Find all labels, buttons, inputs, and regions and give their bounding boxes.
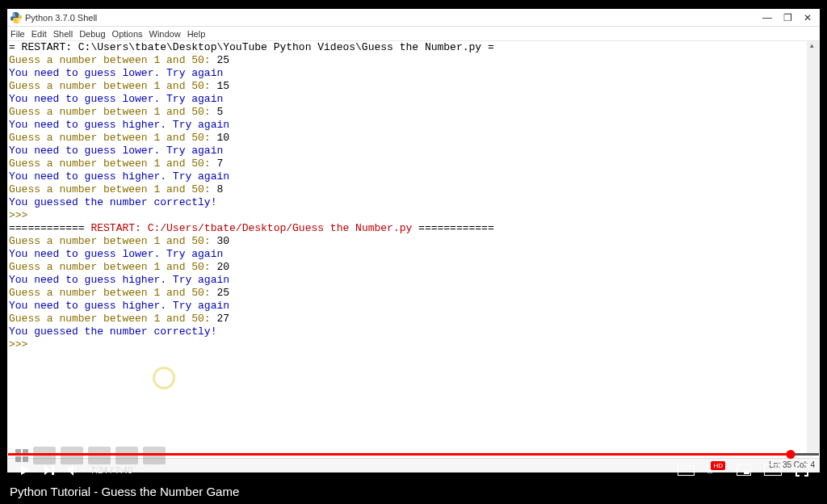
window-minimize-button[interactable]: — [762, 12, 772, 23]
shell-line: You need to guess higher. Try again [9, 119, 805, 132]
play-icon [19, 464, 31, 477]
progress-bar[interactable] [8, 453, 819, 456]
volume-button[interactable] [61, 458, 86, 482]
menu-debug[interactable]: Debug [79, 29, 105, 39]
shell-line: You guessed the number correctly! [9, 326, 805, 338]
miniplayer-icon [737, 464, 751, 476]
shell-line: You need to guess higher. Try again [9, 300, 805, 313]
shell-line: You need to guess lower. Try again [9, 145, 805, 158]
menu-help[interactable]: Help [187, 29, 206, 39]
window-title: Python 3.7.0 Shell [25, 13, 762, 23]
svg-rect-5 [744, 470, 749, 474]
theater-icon [764, 464, 782, 476]
shell-line: Guess a number between 1 and 50: 7 [9, 158, 805, 170]
menu-options[interactable]: Options [112, 29, 143, 39]
menu-file[interactable]: File [10, 29, 25, 39]
menu-edit[interactable]: Edit [31, 29, 47, 39]
shell-line: >>> [9, 338, 805, 351]
progress-fill [8, 453, 791, 456]
shell-line: You guessed the number correctly! [9, 196, 805, 209]
shell-line: Guess a number between 1 and 50: 5 [9, 106, 805, 119]
idle-window: Python 3.7.0 Shell — ❐ ✕ File Edit Shell… [6, 8, 821, 473]
window-titlebar: Python 3.7.0 Shell — ❐ ✕ [7, 9, 820, 27]
fullscreen-button[interactable] [790, 458, 814, 482]
progress-thumb[interactable] [786, 450, 795, 459]
shell-line: You need to guess lower. Try again [9, 67, 805, 80]
menu-bar: File Edit Shell Debug Options Window Hel… [7, 27, 820, 41]
menu-shell[interactable]: Shell [53, 29, 73, 39]
vertical-scrollbar[interactable] [807, 41, 820, 453]
shell-line: Guess a number between 1 and 50: 8 [9, 183, 805, 196]
shell-line: Guess a number between 1 and 50: 25 [9, 287, 805, 300]
shell-output[interactable]: = RESTART: C:\Users\tbate\Desktop\YouTub… [9, 41, 805, 453]
window-maximize-button[interactable]: ❐ [783, 12, 792, 23]
svg-rect-6 [764, 464, 782, 476]
time-display: 7:24 / 7:40 [90, 465, 132, 475]
current-time: 7:24 [90, 465, 107, 475]
shell-line: You need to guess higher. Try again [9, 170, 805, 183]
video-title: Python Tutorial - Guess the Number Game [10, 485, 239, 498]
shell-line: Guess a number between 1 and 50: 30 [9, 235, 805, 248]
play-button[interactable] [13, 458, 37, 482]
window-controls: — ❐ ✕ [762, 12, 817, 23]
next-icon [43, 464, 56, 477]
youtube-player-controls: 7:24 / 7:40 CC HD [6, 456, 821, 485]
volume-icon [66, 463, 81, 477]
shell-line: You need to guess higher. Try again [9, 274, 805, 287]
miniplayer-button[interactable] [732, 458, 756, 482]
shell-line: ============ RESTART: C:/Users/tbate/Des… [9, 222, 805, 235]
shell-line: Guess a number between 1 and 50: 25 [9, 54, 805, 67]
shell-line: >>> [9, 209, 805, 222]
menu-window[interactable]: Window [149, 29, 181, 39]
hd-badge: HD [711, 461, 725, 470]
shell-line: Guess a number between 1 and 50: 20 [9, 261, 805, 274]
shell-line: Guess a number between 1 and 50: 27 [9, 313, 805, 326]
fullscreen-icon [796, 464, 808, 477]
window-close-button[interactable]: ✕ [804, 12, 812, 23]
next-button[interactable] [37, 458, 61, 482]
shell-line: = RESTART: C:\Users\tbate\Desktop\YouTub… [9, 41, 805, 54]
total-time: 7:40 [115, 465, 132, 475]
settings-button[interactable]: HD [703, 458, 727, 482]
shell-line: Guess a number between 1 and 50: 10 [9, 132, 805, 145]
shell-line: You need to guess lower. Try again [9, 93, 805, 106]
python-icon [10, 12, 22, 23]
cc-icon: CC [678, 465, 695, 476]
theater-button[interactable] [761, 458, 785, 482]
captions-button[interactable]: CC [674, 458, 698, 482]
shell-line: You need to guess lower. Try again [9, 248, 805, 261]
shell-line: Guess a number between 1 and 50: 15 [9, 80, 805, 93]
